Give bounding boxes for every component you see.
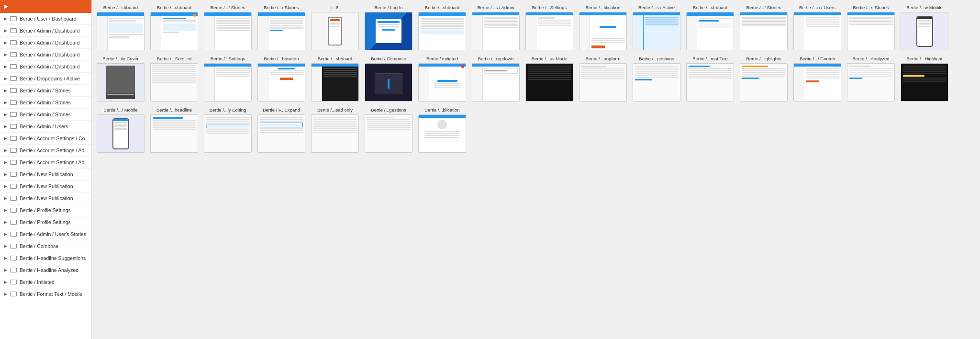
screen-label-17: Bertie /...Scrolled — [157, 56, 191, 61]
screen-label-20: Bertie /...shboard — [318, 56, 352, 61]
sidebar-item-3[interactable]: ▶ Bertie / Admin / Dashboard — [0, 49, 91, 61]
sidebar-item-4[interactable]: ▶ Bertie / Admin / Dashboard — [0, 61, 91, 73]
screen-card-35[interactable]: Bertie / F...Expand — [257, 107, 305, 153]
screen-label-11: Bertie /...shboard — [693, 5, 727, 10]
sidebar-item-11[interactable]: ▶ Bertie / Account Settings / Ad... — [0, 145, 91, 157]
screen-card-29[interactable]: Bertie /.../ Contrib — [793, 56, 841, 102]
sidebar-item-1[interactable]: ▶ Bertie / Admin / Dashboard — [0, 25, 91, 37]
sidebar-item-21[interactable]: ▶ Bertie / Headline Analyzed — [0, 264, 91, 276]
sidebar-item-8[interactable]: ▶ Bertie / Admin / Stories — [0, 109, 91, 121]
sidebar-item-12[interactable]: ▶ Bertie / Account Settings / Ad... — [0, 157, 91, 169]
sidebar-item-16[interactable]: ▶ Bertie / Profile Settings — [0, 204, 91, 216]
screen-card-3[interactable]: Bertie /.../ Stories — [257, 5, 305, 50]
screen-card-12[interactable]: Bertie /.../ Stories — [740, 5, 788, 50]
sidebar-item-17[interactable]: ▶ Bertie / Profile Settings — [0, 216, 91, 228]
sidebar-label-22: Bertie / Initiated — [20, 279, 55, 285]
screen-card-21[interactable]: Bertie / Compose — [365, 56, 412, 102]
screen-label-36: Bertie /...ead only — [317, 107, 353, 113]
screen-thumb-8 — [525, 12, 573, 50]
screen-card-26[interactable]: Bertie /...gestions — [633, 56, 680, 102]
screen-thumb-16 — [97, 63, 145, 102]
sidebar-header-icon: ▶ — [4, 3, 8, 10]
screen-thumb-20 — [311, 63, 359, 102]
screen-card-23[interactable]: Bertie /...ropdown — [472, 56, 520, 102]
sidebar-arrow-23: ▶ — [4, 292, 7, 296]
screen-card-28[interactable]: Bertie /...ighlights — [740, 56, 788, 102]
screen-card-38[interactable]: Bertie /...blication — [418, 107, 466, 153]
screen-card-2[interactable]: Bertie /.../ Stories — [204, 5, 252, 50]
screen-card-8[interactable]: Bertie /...Settings — [525, 5, 573, 50]
sidebar-item-15[interactable]: ▶ Bertie / New Publication — [0, 192, 91, 204]
sidebar-icon-3 — [10, 52, 17, 57]
sidebar-item-2[interactable]: ▶ Bertie / Admin / Dashboard — [0, 37, 91, 49]
sidebar-item-20[interactable]: ▶ Bertie / Headline Suggestions — [0, 252, 91, 264]
screen-card-25[interactable]: Bertie /...ongform — [579, 56, 627, 102]
screen-card-27[interactable]: Bertie /...mat Text — [686, 56, 734, 102]
screen-label-9: Bertie /...blication — [586, 5, 621, 10]
sidebar-arrow-2: ▶ — [4, 40, 7, 45]
sidebar-icon-11 — [10, 148, 17, 153]
screen-card-9[interactable]: Bertie /...blication — [579, 5, 627, 50]
sidebar-arrow-7: ▶ — [4, 100, 7, 105]
sidebar-header[interactable]: ▶ — [0, 0, 91, 13]
screen-card-36[interactable]: Bertie /...ead only — [311, 107, 359, 153]
sidebar-item-19[interactable]: ▶ Bertie / Compose — [0, 240, 91, 252]
sidebar-item-9[interactable]: ▶ Bertie / Admin / Users — [0, 121, 91, 133]
screen-thumb-22 — [418, 63, 466, 102]
screen-card-7[interactable]: Bertie /...s / Admin — [472, 5, 520, 50]
sidebar-item-22[interactable]: ▶ Bertie / Initiated — [0, 276, 91, 288]
screen-card-22[interactable]: Bertie / Initiated — [418, 56, 466, 102]
screen-thumb-0 — [97, 12, 145, 50]
sidebar-item-13[interactable]: ▶ Bertie / New Publication — [0, 169, 91, 181]
screen-card-10[interactable]: Bertie /...s / Active — [633, 5, 680, 50]
screen-label-1: Bertie /...shboard — [157, 5, 191, 10]
sidebar-item-14[interactable]: ▶ Bertie / New Publication — [0, 181, 91, 192]
screen-thumb-34 — [204, 114, 252, 153]
screen-card-19[interactable]: Bertie /...blication — [257, 56, 305, 102]
screen-card-0[interactable]: Bertie /...shboard — [97, 5, 145, 50]
screen-label-8: Bertie /...Settings — [532, 5, 567, 10]
screen-card-11[interactable]: Bertie /...shboard — [686, 5, 734, 50]
screen-card-16[interactable]: Bertie /...ile Cover — [97, 56, 145, 102]
screen-thumb-26 — [633, 63, 680, 102]
sidebar-label-1: Bertie / Admin / Dashboard — [20, 28, 79, 34]
screen-card-31[interactable]: Bertie /...Highlight — [901, 56, 948, 102]
sidebar-item-5[interactable]: ▶ Bertie / Dropdowns / Active — [0, 73, 91, 85]
screen-card-17[interactable]: Bertie /...Scrolled — [150, 56, 198, 102]
sidebar-item-0[interactable]: ▶ Bertie / User / Dashboard — [0, 13, 91, 25]
screen-card-33[interactable]: Bertie /...headline — [150, 107, 198, 153]
sidebar-label-13: Bertie / New Publication — [20, 171, 73, 177]
screen-label-29: Bertie /.../ Contrib — [800, 56, 835, 61]
screen-card-37[interactable]: Bertie /...gestions — [365, 107, 412, 153]
screen-thumb-27 — [686, 63, 734, 102]
sidebar-item-23[interactable]: ▶ Bertie / Format Text / Mobile — [0, 288, 91, 300]
sidebar-item-18[interactable]: ▶ Bertie / Admin / User's Stories — [0, 228, 91, 240]
screen-label-19: Bertie /...blication — [264, 56, 299, 61]
sidebar-item-7[interactable]: ▶ Bertie / Admin / Stories — [0, 97, 91, 109]
screen-card-6[interactable]: Bertie /...shboard — [418, 5, 466, 50]
screen-card-4[interactable]: i...8 — [311, 5, 359, 50]
main-content: Bertie /...shboard Bertie /...shboard — [92, 0, 980, 339]
sidebar-arrow-17: ▶ — [4, 220, 7, 225]
screen-card-15[interactable]: Bertie /...w Mobile — [901, 5, 948, 50]
sidebar-items: ▶ Bertie / User / Dashboard ▶ Bertie / A… — [0, 13, 91, 300]
sidebar-arrow-14: ▶ — [4, 184, 7, 189]
screen-card-24[interactable]: Bertie /...us Mode — [525, 56, 573, 102]
screen-card-14[interactable]: Bertie /...s Stories — [847, 5, 895, 50]
sidebar-icon-9 — [10, 124, 17, 129]
screen-card-30[interactable]: Bertie /...Analyzed — [847, 56, 895, 102]
sidebar-arrow-15: ▶ — [4, 196, 7, 201]
screen-card-32[interactable]: Bertie /.../ Mobile — [97, 107, 145, 153]
sidebar-arrow-0: ▶ — [4, 16, 7, 21]
screen-card-18[interactable]: Bertie /...Settings — [204, 56, 252, 102]
screen-card-34[interactable]: Bertie /...ly Editing — [204, 107, 252, 153]
screen-card-20[interactable]: Bertie /...shboard — [311, 56, 359, 102]
screen-thumb-38 — [418, 114, 466, 153]
sidebar-icon-13 — [10, 172, 17, 177]
sidebar-item-6[interactable]: ▶ Bertie / Admin / Stories — [0, 85, 91, 97]
screen-card-13[interactable]: Bertie /...n / Users — [793, 5, 841, 50]
screen-card-5[interactable]: Bertie / Log In — [365, 5, 412, 50]
screen-card-1[interactable]: Bertie /...shboard — [150, 5, 198, 50]
screen-label-3: Bertie /.../ Stories — [264, 5, 299, 10]
sidebar-item-10[interactable]: ▶ Bertie / Account Settings / Co... — [0, 133, 91, 145]
